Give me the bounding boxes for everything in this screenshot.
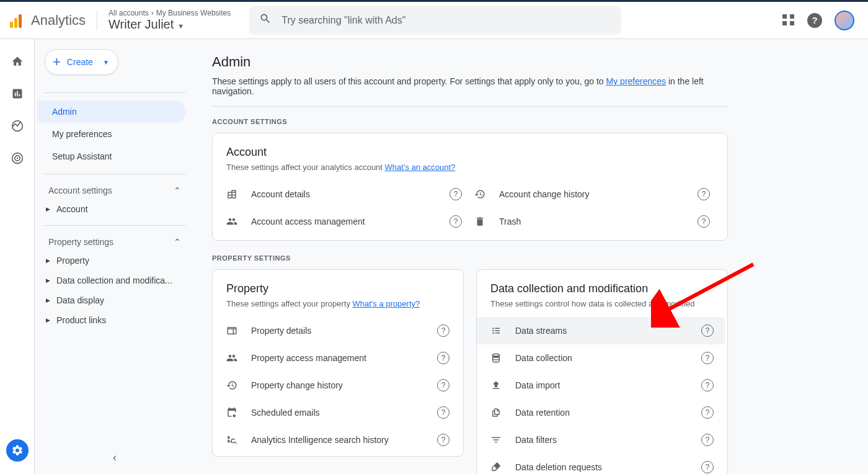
collapse-sidebar-icon[interactable]: ‹ [113,451,117,464]
chevron-up-icon: ⌃ [174,237,181,247]
help-icon[interactable]: ? [437,434,450,446]
whats-an-account-link[interactable]: What's an account? [385,163,456,172]
help-icon[interactable]: ? [437,379,450,391]
row-data-deletion[interactable]: Data deletion requests ? [477,454,725,474]
people-icon [226,216,251,227]
row-property-access[interactable]: Property access management ? [213,344,461,372]
plus-icon: + [53,54,61,70]
explore-icon[interactable] [10,118,25,133]
help-icon[interactable]: ? [701,434,714,446]
filter-icon [490,434,515,445]
nav-account[interactable]: ▶ Account [43,199,186,219]
row-data-import[interactable]: Data import ? [477,372,725,399]
breadcrumb: All accounts › My Business Websites [108,9,231,17]
nav-setup-assistant[interactable]: Setup Assistant [37,145,186,168]
admin-gear-icon[interactable] [6,439,29,462]
nav-data-display[interactable]: ▶Data display [43,290,186,310]
history-icon [226,380,251,391]
help-icon[interactable]: ? [701,406,714,419]
help-icon[interactable]: ? [701,324,714,337]
product-logo[interactable]: Analytics [10,12,97,29]
erase-icon [490,462,515,473]
search-analytics-icon [226,434,251,445]
divider [212,106,728,107]
web-icon [226,325,251,336]
search-placeholder: Try searching "link with Ads" [281,15,405,26]
whats-a-property-link[interactable]: What's a property? [353,299,420,308]
search-input[interactable]: Try searching "link with Ads" [249,6,621,35]
data-collection-card-title: Data collection and modification [490,282,725,295]
chevron-right-icon: › [151,9,154,17]
help-icon[interactable]: ? [450,188,462,200]
page-title: Admin [212,54,728,70]
help-icon[interactable]: ? [701,379,714,391]
nav-rail [0,39,35,474]
page-description: These settings apply to all users of thi… [212,76,728,96]
row-data-collection[interactable]: Data collection ? [477,344,725,372]
home-icon[interactable] [10,54,25,69]
account-name: Writer Juliet [108,17,174,32]
advertising-icon[interactable] [10,151,25,166]
row-data-retention[interactable]: Data retention ? [477,399,725,426]
help-icon[interactable]: ? [450,215,462,228]
nav-data-collection[interactable]: ▶Data collection and modifica... [43,271,186,290]
help-icon[interactable]: ? [437,352,450,364]
search-icon [259,12,272,28]
my-preferences-link[interactable]: My preferences [606,76,666,86]
help-icon[interactable]: ? [807,13,822,28]
row-property-details[interactable]: Property details ? [213,317,461,344]
account-settings-label: ACCOUNT SETTINGS [212,118,728,125]
nav-property[interactable]: ▶Property [43,251,186,271]
caret-down-icon: ▼ [103,59,109,66]
app-header: Analytics All accounts › My Business Web… [0,2,868,39]
help-icon[interactable]: ? [437,324,450,337]
people-icon [226,352,251,364]
row-property-change-history[interactable]: Property change history ? [213,372,461,399]
building-icon [226,189,251,200]
property-settings-label: PROPERTY SETTINGS [212,254,728,262]
header-divider [97,11,97,30]
stream-icon [490,325,515,336]
retention-icon [490,407,515,418]
row-analytics-intelligence[interactable]: Analytics Intelligence search history ? [213,426,461,454]
chevron-up-icon: ⌃ [174,186,181,195]
nav-my-preferences[interactable]: My preferences [37,123,186,145]
data-collection-card-desc: These settings control how data is colle… [490,299,725,308]
account-card-title: Account [226,146,715,159]
schedule-icon [226,407,251,418]
nav-admin[interactable]: Admin [37,101,186,123]
help-icon[interactable]: ? [701,352,714,364]
account-picker[interactable]: All accounts › My Business Websites Writ… [100,9,231,32]
row-account-access[interactable]: Account access management ? [226,208,467,235]
help-icon[interactable]: ? [437,406,450,419]
product-name: Analytics [31,12,86,29]
property-card-desc: These settings affect your property What… [226,299,461,308]
data-collection-card: Data collection and modification These s… [476,269,728,474]
reports-icon[interactable] [10,86,25,101]
create-label: Create [67,57,93,67]
section-property-settings[interactable]: Property settings ⌃ [43,233,186,251]
row-trash[interactable]: Trash ? [474,208,715,235]
property-card: Property These settings affect your prop… [212,269,464,457]
database-icon [490,352,515,364]
help-icon[interactable]: ? [701,461,714,473]
main-content: Admin These settings apply to all users … [195,39,868,474]
row-data-streams[interactable]: Data streams ? [477,317,725,344]
history-icon [474,189,499,200]
create-button[interactable]: + Create ▼ [45,49,118,75]
row-data-filters[interactable]: Data filters ? [477,426,725,454]
avatar[interactable] [835,11,854,30]
sidebar: + Create ▼ Admin My preferences Setup As… [35,39,195,474]
caret-down-icon: ▼ [177,22,184,30]
row-scheduled-emails[interactable]: Scheduled emails ? [213,399,461,426]
account-card-desc: These settings affect your analytics acc… [226,163,715,172]
help-icon[interactable]: ? [698,215,710,228]
apps-icon[interactable] [782,14,795,27]
help-icon[interactable]: ? [698,188,710,200]
analytics-logo-icon [10,13,25,28]
nav-product-links[interactable]: ▶Product links [43,310,186,330]
section-account-settings[interactable]: Account settings ⌃ [43,182,186,199]
row-account-change-history[interactable]: Account change history ? [474,181,715,208]
svg-point-0 [16,158,18,159]
row-account-details[interactable]: Account details ? [226,181,467,208]
